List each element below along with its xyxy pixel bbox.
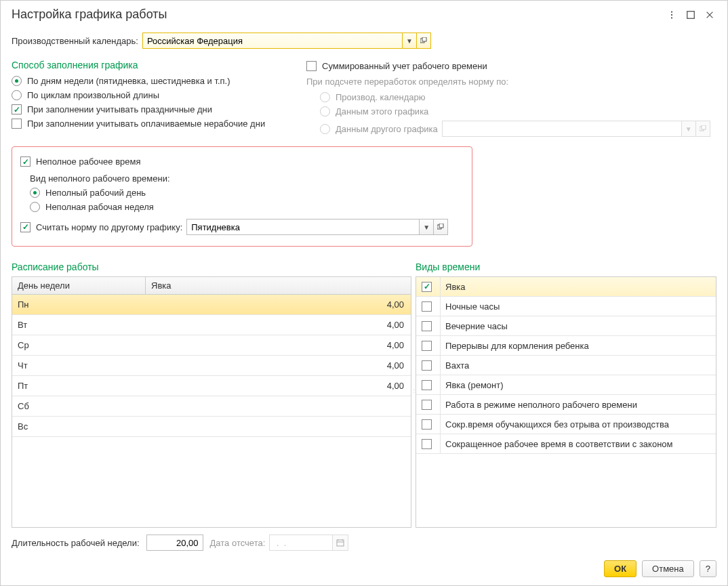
summed-column: Суммированный учет рабочего времени При … xyxy=(296,51,716,140)
dropdown-icon[interactable]: ▼ xyxy=(420,219,434,235)
cancel-button[interactable]: Отмена xyxy=(642,560,694,577)
open-icon xyxy=(696,121,710,137)
time-type-row[interactable]: Работа в режиме неполного рабочего време… xyxy=(416,395,716,415)
help-button[interactable]: ? xyxy=(700,560,716,577)
radio-label: По циклам произвольной длины xyxy=(27,90,159,100)
radio-label: Неполная рабочая неделя xyxy=(45,202,154,212)
time-type-label: Ночные часы xyxy=(441,301,500,312)
norm-other-input[interactable] xyxy=(186,219,420,235)
time-type-row[interactable]: Ночные часы xyxy=(416,297,716,316)
time-type-label: Явка (ремонт) xyxy=(441,380,504,390)
time-type-label: Перерывы для кормления ребенка xyxy=(441,341,589,351)
radio-part-week[interactable]: Неполная рабочая неделя xyxy=(20,201,464,213)
svg-rect-3 xyxy=(687,11,695,18)
check-paid-nonwork[interactable]: При заполнении учитывать оплачиваемые не… xyxy=(12,117,296,130)
window-title: Настройка графика работы xyxy=(12,7,660,22)
radio-icon xyxy=(320,92,330,102)
schedule-row[interactable]: Вс xyxy=(12,417,411,437)
day-cell: Чт xyxy=(12,360,145,371)
time-type-row[interactable]: Сокр.время обучающихся без отрыва от про… xyxy=(416,415,716,434)
radio-norm-calendar: Производ. календарю xyxy=(306,91,716,104)
col-attendance-header: Явка xyxy=(146,277,411,294)
radio-label: Данным этого графика xyxy=(336,106,428,117)
schedule-row[interactable]: Вт4,00 xyxy=(12,315,411,335)
check-label: При заполнении учитывать оплачиваемые не… xyxy=(27,119,265,129)
radio-label: По дням недели (пятидневка, шестидневка … xyxy=(27,76,230,86)
col-day-header: День недели xyxy=(12,277,146,294)
svg-point-0 xyxy=(671,11,672,12)
check-label: Считать норму по другому графику: xyxy=(36,222,182,232)
radio-part-day[interactable]: Неполный рабочий день xyxy=(20,186,464,199)
checkbox-icon[interactable] xyxy=(422,380,432,390)
checkbox-icon[interactable] xyxy=(422,282,432,292)
titlebar: Настройка графика работы xyxy=(12,7,716,22)
checkbox-icon[interactable] xyxy=(422,419,432,430)
open-icon[interactable] xyxy=(434,219,448,235)
checkbox-icon[interactable] xyxy=(422,360,432,371)
svg-rect-12 xyxy=(337,540,344,546)
checkbox-icon xyxy=(12,119,22,129)
time-type-row[interactable]: Вечерние часы xyxy=(416,316,716,336)
checkbox-icon[interactable] xyxy=(422,400,432,410)
time-type-label: Работа в режиме неполного рабочего време… xyxy=(441,400,637,410)
radio-norm-other-schedule: Данным другого графика ▼ xyxy=(306,119,716,138)
calendar-open-icon[interactable] xyxy=(417,33,431,49)
value-cell: 4,00 xyxy=(145,299,411,310)
radio-icon xyxy=(30,202,40,212)
week-length-input[interactable] xyxy=(146,535,203,551)
settings-dialog: Настройка графика работы Производственны… xyxy=(0,0,728,586)
schedule-row[interactable]: Ср4,00 xyxy=(12,335,411,356)
radio-icon xyxy=(30,188,40,198)
day-cell: Пн xyxy=(12,299,145,310)
check-holidays[interactable]: При заполнении учитывать праздничные дни xyxy=(12,103,296,116)
time-type-row[interactable]: Сокращенное рабочее время в соответствии… xyxy=(416,434,716,454)
footer-row: Длительность рабочей недели: Дата отсчет… xyxy=(12,535,716,551)
time-types-column: Виды времени ЯвкаНочные часыВечерние час… xyxy=(416,253,716,528)
time-type-label: Сокр.время обучающихся без отрыва от про… xyxy=(441,419,669,430)
checkbox-icon[interactable] xyxy=(422,341,432,351)
checkbox-icon[interactable] xyxy=(422,301,432,312)
time-type-row[interactable]: Перерывы для кормления ребенка xyxy=(416,336,716,356)
start-date-input-group xyxy=(269,535,348,551)
time-types-title: Виды времени xyxy=(416,261,716,272)
calendar-dropdown-icon[interactable]: ▼ xyxy=(403,33,417,49)
radio-by-cycles[interactable]: По циклам произвольной длины xyxy=(12,89,296,102)
time-type-label: Сокращенное рабочее время в соответствии… xyxy=(441,439,673,449)
check-part-time[interactable]: Неполное рабочее время xyxy=(20,155,464,168)
ok-button[interactable]: ОК xyxy=(604,560,636,577)
week-length-label: Длительность рабочей недели: xyxy=(12,538,140,548)
norm-label: При подсчете переработок определять норм… xyxy=(306,74,716,89)
maximize-icon[interactable] xyxy=(684,8,697,22)
schedule-row[interactable]: Чт4,00 xyxy=(12,356,411,376)
check-label: При заполнении учитывать праздничные дни xyxy=(27,104,212,114)
checkbox-icon[interactable] xyxy=(422,321,432,331)
checkbox-icon[interactable] xyxy=(422,439,432,449)
schedule-grid[interactable]: День недели Явка Пн4,00Вт4,00Ср4,00Чт4,0… xyxy=(12,276,411,528)
schedule-row[interactable]: Пн4,00 xyxy=(12,295,411,315)
menu-icon[interactable] xyxy=(665,8,679,22)
calendar-input[interactable] xyxy=(142,33,403,49)
value-cell: 4,00 xyxy=(145,340,411,350)
part-time-box: Неполное рабочее время Вид неполного раб… xyxy=(12,146,472,247)
time-type-row[interactable]: Вахта xyxy=(416,356,716,375)
norm-other-input-group: ▼ xyxy=(186,219,448,235)
check-summed-accounting[interactable]: Суммированный учет рабочего времени xyxy=(306,60,716,72)
check-norm-by-other[interactable]: Считать норму по другому графику: ▼ xyxy=(20,217,464,236)
time-type-row[interactable]: Явка (ремонт) xyxy=(416,375,716,395)
time-types-grid[interactable]: ЯвкаНочные часыВечерние часыПерерывы для… xyxy=(416,276,716,528)
calendar-label: Производственный календарь: xyxy=(12,36,138,46)
check-label: Неполное рабочее время xyxy=(36,156,140,167)
radio-icon xyxy=(12,76,22,86)
radio-icon xyxy=(320,106,330,117)
schedule-row[interactable]: Сб xyxy=(12,396,411,417)
radio-by-weekdays[interactable]: По дням недели (пятидневка, шестидневка … xyxy=(12,75,296,87)
checkbox-icon xyxy=(306,61,317,71)
part-time-type-label: Вид неполного рабочего времени: xyxy=(20,169,464,185)
time-type-row[interactable]: Явка xyxy=(416,277,716,297)
start-date-input xyxy=(269,535,333,551)
dropdown-icon: ▼ xyxy=(682,121,696,137)
value-cell: 4,00 xyxy=(145,360,411,371)
close-icon[interactable] xyxy=(703,8,716,22)
schedule-row[interactable]: Пт4,00 xyxy=(12,376,411,396)
day-cell: Вс xyxy=(12,421,145,432)
